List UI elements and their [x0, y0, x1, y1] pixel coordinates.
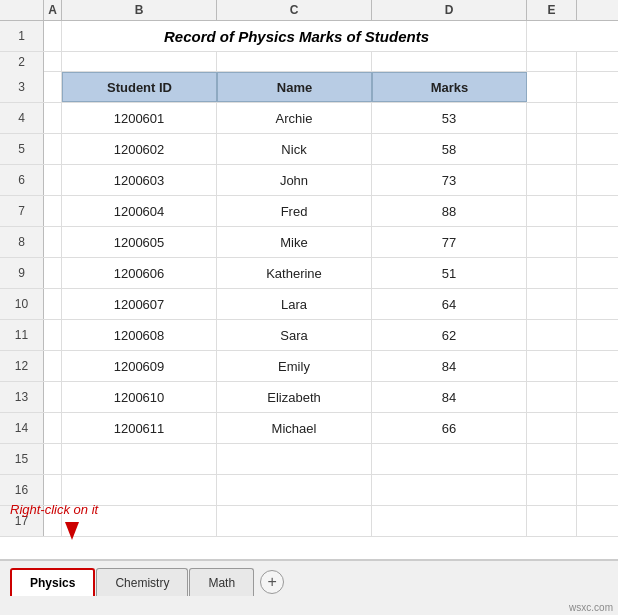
cell-e12[interactable] — [527, 351, 577, 381]
rownum-4: 4 — [0, 103, 44, 133]
rownum-2: 2 — [0, 52, 44, 72]
cell-a3[interactable] — [44, 72, 62, 102]
cell-b13[interactable]: 1200610 — [62, 382, 217, 412]
cell-a7[interactable] — [44, 196, 62, 226]
cell-c7[interactable]: Fred — [217, 196, 372, 226]
cell-e17[interactable] — [527, 506, 577, 536]
cell-a10[interactable] — [44, 289, 62, 319]
arrow-down-icon — [65, 522, 79, 540]
tabs-row: Physics Chemistry Math + — [0, 561, 618, 596]
cell-e16[interactable] — [527, 475, 577, 505]
cell-c16[interactable] — [217, 475, 372, 505]
cell-e8[interactable] — [527, 227, 577, 257]
cell-a4[interactable] — [44, 103, 62, 133]
cell-b12[interactable]: 1200609 — [62, 351, 217, 381]
cell-d4[interactable]: 53 — [372, 103, 527, 133]
cell-e2[interactable] — [527, 52, 577, 72]
cell-b10[interactable]: 1200607 — [62, 289, 217, 319]
cell-d11[interactable]: 62 — [372, 320, 527, 350]
cell-c15[interactable] — [217, 444, 372, 474]
row-12: 12 1200609 Emily 84 — [0, 351, 618, 382]
cell-b8[interactable]: 1200605 — [62, 227, 217, 257]
tab-physics[interactable]: Physics — [10, 568, 95, 596]
cell-d7[interactable]: 88 — [372, 196, 527, 226]
cell-d14[interactable]: 66 — [372, 413, 527, 443]
add-tab-button[interactable]: + — [260, 570, 284, 594]
cell-c12[interactable]: Emily — [217, 351, 372, 381]
cell-e3[interactable] — [527, 72, 577, 102]
cell-b14[interactable]: 1200611 — [62, 413, 217, 443]
cell-d9[interactable]: 51 — [372, 258, 527, 288]
cell-b7[interactable]: 1200604 — [62, 196, 217, 226]
cell-d5[interactable]: 58 — [372, 134, 527, 164]
row-14: 14 1200611 Michael 66 — [0, 413, 618, 444]
cell-a13[interactable] — [44, 382, 62, 412]
header-name[interactable]: Name — [217, 72, 372, 102]
cell-a12[interactable] — [44, 351, 62, 381]
cell-d10[interactable]: 64 — [372, 289, 527, 319]
cell-a2[interactable] — [44, 52, 62, 72]
cell-d12[interactable]: 84 — [372, 351, 527, 381]
cell-c2[interactable] — [217, 52, 372, 72]
col-header-b: B — [62, 0, 217, 20]
watermark: wsxc.com — [569, 602, 613, 613]
data-rows: 4 1200601 Archie 53 5 1200602 Nick 58 6 … — [0, 103, 618, 537]
cell-c17[interactable] — [217, 506, 372, 536]
cell-c11[interactable]: Sara — [217, 320, 372, 350]
column-headers: A B C D E — [0, 0, 618, 21]
cell-b9[interactable]: 1200606 — [62, 258, 217, 288]
spreadsheet: A B C D E 1 Record of Physics Marks of S… — [0, 0, 618, 560]
cell-d13[interactable]: 84 — [372, 382, 527, 412]
rownum-10: 10 — [0, 289, 44, 319]
cell-a8[interactable] — [44, 227, 62, 257]
cell-c10[interactable]: Lara — [217, 289, 372, 319]
cell-c5[interactable]: Nick — [217, 134, 372, 164]
cell-a15[interactable] — [44, 444, 62, 474]
tab-math[interactable]: Math — [189, 568, 254, 596]
cell-d16[interactable] — [372, 475, 527, 505]
cell-e11[interactable] — [527, 320, 577, 350]
cell-d15[interactable] — [372, 444, 527, 474]
cell-e10[interactable] — [527, 289, 577, 319]
cell-c14[interactable]: Michael — [217, 413, 372, 443]
cell-a9[interactable] — [44, 258, 62, 288]
cell-b15[interactable] — [62, 444, 217, 474]
cell-b6[interactable]: 1200603 — [62, 165, 217, 195]
cell-c6[interactable]: John — [217, 165, 372, 195]
cell-a6[interactable] — [44, 165, 62, 195]
col-header-d: D — [372, 0, 527, 20]
row-10: 10 1200607 Lara 64 — [0, 289, 618, 320]
cell-a1[interactable] — [44, 21, 62, 51]
cell-e6[interactable] — [527, 165, 577, 195]
cell-e5[interactable] — [527, 134, 577, 164]
cell-e14[interactable] — [527, 413, 577, 443]
cell-a14[interactable] — [44, 413, 62, 443]
cell-e15[interactable] — [527, 444, 577, 474]
cell-c9[interactable]: Katherine — [217, 258, 372, 288]
rownum-11: 11 — [0, 320, 44, 350]
cell-e4[interactable] — [527, 103, 577, 133]
cell-e9[interactable] — [527, 258, 577, 288]
cell-d8[interactable]: 77 — [372, 227, 527, 257]
cell-e7[interactable] — [527, 196, 577, 226]
header-student-id[interactable]: Student ID — [62, 72, 217, 102]
row-8: 8 1200605 Mike 77 — [0, 227, 618, 258]
header-marks[interactable]: Marks — [372, 72, 527, 102]
cell-a11[interactable] — [44, 320, 62, 350]
tab-chemistry[interactable]: Chemistry — [96, 568, 188, 596]
cell-c13[interactable]: Elizabeth — [217, 382, 372, 412]
cell-d2[interactable] — [372, 52, 527, 72]
cell-c4[interactable]: Archie — [217, 103, 372, 133]
cell-b5[interactable]: 1200602 — [62, 134, 217, 164]
cell-b2[interactable] — [62, 52, 217, 72]
cell-b11[interactable]: 1200608 — [62, 320, 217, 350]
cell-c8[interactable]: Mike — [217, 227, 372, 257]
cell-b1[interactable]: Record of Physics Marks of Students — [62, 21, 527, 51]
cell-a5[interactable] — [44, 134, 62, 164]
cell-e13[interactable] — [527, 382, 577, 412]
cell-b4[interactable]: 1200601 — [62, 103, 217, 133]
rownum-1: 1 — [0, 21, 44, 51]
cell-d17[interactable] — [372, 506, 527, 536]
cell-d6[interactable]: 73 — [372, 165, 527, 195]
row-1: 1 Record of Physics Marks of Students — [0, 21, 618, 52]
